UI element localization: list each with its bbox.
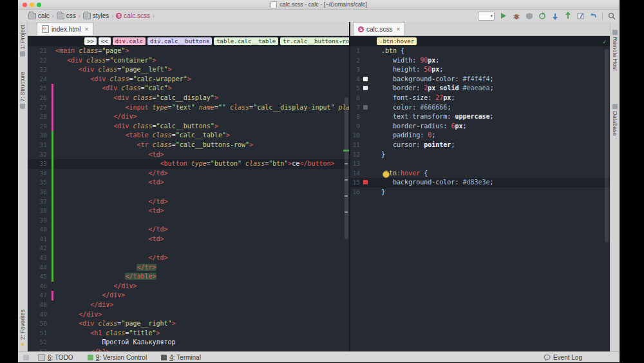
line-number[interactable]: 21: [28, 46, 47, 56]
scrollbar-mark[interactable]: [345, 179, 348, 181]
editor-index-html[interactable]: >><<div.calcdiv.calc__buttonstable.calc_…: [28, 36, 349, 352]
diff-icon[interactable]: [576, 12, 585, 20]
tag-breadcrumb-pill[interactable]: >>: [84, 37, 97, 45]
color-swatch[interactable]: [363, 105, 368, 110]
search-icon[interactable]: [607, 12, 616, 20]
line-number[interactable]: 14: [350, 169, 360, 179]
line-number[interactable]: 29: [28, 122, 47, 132]
line-number[interactable]: 4: [350, 75, 360, 84]
line-number[interactable]: 5: [350, 84, 360, 93]
line-number[interactable]: 10: [350, 131, 360, 141]
toolwindow-remote-host[interactable]: Remote Host: [612, 30, 618, 71]
run-icon[interactable]: [499, 12, 507, 20]
line-number[interactable]: 1: [350, 46, 360, 56]
line-number[interactable]: 23: [28, 65, 47, 75]
statusbar-todo[interactable]: 6: TODO: [38, 354, 73, 361]
line-number[interactable]: 51: [28, 329, 47, 338]
line-number[interactable]: 46: [28, 282, 47, 291]
tab-calc-scss[interactable]: S calc.scss ×: [353, 22, 405, 35]
line-number[interactable]: 16: [350, 188, 360, 197]
color-swatch[interactable]: [363, 77, 368, 81]
color-swatch[interactable]: [363, 152, 368, 157]
line-number[interactable]: 9: [350, 122, 360, 132]
line-number[interactable]: 31: [28, 141, 47, 150]
line-number[interactable]: 40: [28, 225, 47, 235]
run-config-dropdown[interactable]: ▾: [478, 12, 495, 21]
line-number[interactable]: 6: [350, 93, 360, 103]
breadcrumb-folder[interactable]: css: [57, 12, 76, 19]
line-number[interactable]: 45: [28, 272, 47, 282]
toolwindow-toggle-icon[interactable]: [23, 355, 29, 360]
code-area[interactable]: 1.btn {2 width: 90px;3 height: 50px;4 ba…: [350, 46, 610, 352]
event-log[interactable]: Event Log: [544, 354, 582, 361]
scrollbar-mark[interactable]: [345, 195, 348, 197]
color-swatch[interactable]: [363, 48, 368, 53]
line-number[interactable]: 26: [28, 93, 47, 103]
color-swatch[interactable]: [363, 67, 368, 72]
breadcrumb-file[interactable]: Scalc.scss: [116, 12, 150, 19]
close-tab-icon[interactable]: ×: [85, 26, 89, 33]
line-number[interactable]: 36: [28, 188, 47, 197]
line-number[interactable]: 32: [28, 150, 47, 160]
scrollbar-thumb[interactable]: [345, 97, 348, 239]
line-number[interactable]: 24: [28, 75, 47, 84]
color-swatch[interactable]: [363, 114, 368, 119]
line-number[interactable]: 38: [28, 206, 47, 216]
line-number[interactable]: 42: [28, 244, 47, 253]
line-number[interactable]: 3: [350, 65, 360, 75]
scrollbar-mark[interactable]: [345, 211, 348, 213]
tag-breadcrumb-pill[interactable]: table.calc__table: [214, 37, 278, 45]
inspections-ok-icon[interactable]: ✓: [339, 38, 343, 45]
intention-bulb-icon[interactable]: [383, 171, 390, 178]
coverage-icon[interactable]: [525, 12, 533, 20]
rollback-icon[interactable]: [589, 12, 598, 20]
color-swatch[interactable]: [363, 180, 368, 184]
line-number[interactable]: 41: [28, 235, 47, 244]
color-swatch[interactable]: [363, 86, 368, 90]
line-number[interactable]: 47: [28, 291, 47, 300]
inspections-ok-icon[interactable]: ✓: [603, 38, 607, 45]
color-swatch[interactable]: [363, 171, 368, 175]
line-number[interactable]: 44: [28, 263, 47, 273]
toolwindow-database[interactable]: Database: [612, 104, 618, 136]
line-number[interactable]: 30: [28, 131, 47, 141]
line-number[interactable]: 7: [350, 103, 360, 113]
line-number[interactable]: 11: [350, 141, 360, 150]
line-number[interactable]: 12: [350, 150, 360, 160]
vcs-commit-icon[interactable]: [564, 12, 572, 20]
scrollbar-mark[interactable]: [343, 150, 349, 152]
color-swatch[interactable]: [363, 161, 368, 166]
line-number[interactable]: 13: [350, 159, 360, 169]
color-swatch[interactable]: [363, 142, 368, 147]
line-number[interactable]: 49: [28, 310, 47, 320]
breadcrumb-folder[interactable]: calc: [28, 12, 50, 19]
color-swatch[interactable]: [363, 133, 368, 137]
scrollbar-mark[interactable]: [345, 163, 348, 164]
toolwindow-favorites[interactable]: ★2: Favorites: [19, 309, 26, 347]
line-number[interactable]: 27: [28, 103, 47, 113]
tag-breadcrumb-pill[interactable]: <<: [99, 37, 111, 45]
line-number[interactable]: 33: [28, 159, 47, 169]
color-swatch[interactable]: [363, 190, 368, 194]
line-number[interactable]: 2: [350, 56, 360, 66]
line-number[interactable]: 50: [28, 319, 47, 329]
tab-index-html[interactable]: index.html ×: [37, 22, 93, 35]
color-swatch[interactable]: [363, 124, 368, 128]
color-swatch[interactable]: [363, 95, 368, 100]
line-number[interactable]: 52: [28, 338, 47, 348]
close-tab-icon[interactable]: ×: [397, 26, 401, 33]
restart-icon[interactable]: [538, 12, 546, 20]
line-number[interactable]: 35: [28, 178, 47, 188]
line-number[interactable]: 28: [28, 112, 47, 122]
line-number[interactable]: 39: [28, 216, 47, 226]
line-number[interactable]: 43: [28, 253, 47, 263]
line-number[interactable]: 48: [28, 300, 47, 310]
debug-icon[interactable]: [512, 12, 520, 20]
line-number[interactable]: 25: [28, 84, 47, 93]
line-number[interactable]: 37: [28, 197, 47, 207]
tag-breadcrumb-pill[interactable]: div.calc__buttons: [147, 37, 212, 45]
toolwindow-structure[interactable]: 7: Structure: [19, 72, 26, 109]
line-number[interactable]: 8: [350, 112, 360, 122]
editor-calc-scss[interactable]: .btn:hover ✓ 1.btn {2 width: 90px;3 heig…: [350, 36, 610, 352]
tag-breadcrumb-pill[interactable]: div.calc: [113, 37, 146, 45]
